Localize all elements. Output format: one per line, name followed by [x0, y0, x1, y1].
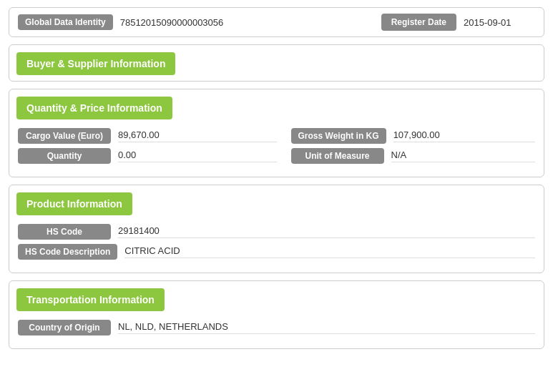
gross-weight-value: 107,900.00 — [393, 129, 535, 142]
cargo-col: Cargo Value (Euro) 89,670.00 — [18, 128, 277, 144]
hs-code-label: HS Code — [18, 224, 111, 240]
product-section: Product Information HS Code 29181400 HS … — [9, 185, 544, 273]
buyer-supplier-header: Buyer & Supplier Information — [16, 52, 175, 75]
buyer-supplier-section: Buyer & Supplier Information — [9, 44, 544, 82]
country-origin-value: NL, NLD, NETHERLANDS — [118, 321, 535, 334]
country-origin-row: Country of Origin NL, NLD, NETHERLANDS — [18, 320, 535, 335]
gross-weight-label: Gross Weight in KG — [291, 128, 386, 144]
unit-measure-col: Unit of Measure N/A — [277, 148, 536, 164]
quantity-unit-row: Quantity 0.00 Unit of Measure N/A — [18, 148, 535, 164]
quantity-value: 0.00 — [118, 150, 277, 162]
page-wrapper: Global Data Identity 7851201509000000305… — [0, 0, 553, 363]
quantity-price-section: Quantity & Price Information Cargo Value… — [9, 89, 544, 177]
quantity-price-header: Quantity & Price Information — [16, 97, 172, 119]
register-date-label: Register Date — [381, 14, 456, 31]
hs-code-row: HS Code 29181400 — [18, 224, 535, 240]
hs-desc-row: HS Code Description CITRIC ACID — [18, 244, 535, 260]
global-data-identity-label: Global Data Identity — [18, 14, 113, 30]
hs-desc-label: HS Code Description — [18, 244, 117, 260]
transportation-header: Transportation Information — [16, 288, 165, 311]
hs-code-value: 29181400 — [118, 225, 535, 238]
register-date-value: 2015-09-01 — [464, 17, 535, 28]
global-data-identity-value: 78512015090000003056 — [120, 17, 367, 28]
product-header: Product Information — [16, 192, 132, 215]
product-fields: HS Code 29181400 HS Code Description CIT… — [9, 221, 544, 273]
cargo-value-label: Cargo Value (Euro) — [18, 128, 111, 144]
quantity-price-fields: Cargo Value (Euro) 89,670.00 Gross Weigh… — [9, 125, 544, 177]
cargo-value-value: 89,670.00 — [118, 129, 277, 142]
quantity-label: Quantity — [18, 148, 111, 164]
unit-measure-value: N/A — [391, 150, 536, 162]
unit-measure-label: Unit of Measure — [291, 148, 384, 164]
country-origin-label: Country of Origin — [18, 320, 111, 335]
quantity-col: Quantity 0.00 — [18, 148, 277, 164]
transportation-section: Transportation Information Country of Or… — [9, 280, 544, 349]
gross-weight-col: Gross Weight in KG 107,900.00 — [277, 128, 536, 144]
cargo-gross-row: Cargo Value (Euro) 89,670.00 Gross Weigh… — [18, 128, 535, 144]
hs-desc-value: CITRIC ACID — [124, 245, 535, 258]
identity-row: Global Data Identity 7851201509000000305… — [9, 7, 544, 37]
transportation-fields: Country of Origin NL, NLD, NETHERLANDS — [9, 317, 544, 348]
